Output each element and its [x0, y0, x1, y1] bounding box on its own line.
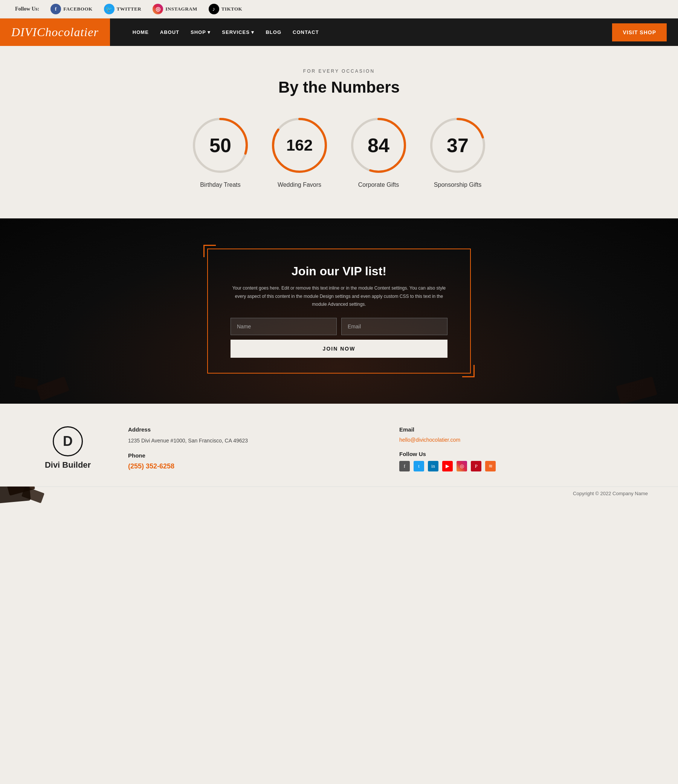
label-wedding: Wedding Favors — [277, 182, 321, 188]
tiktok-label: TIKTOK — [221, 6, 243, 12]
footer-email-col: Email hello@divichocolatier.com Follow U… — [399, 426, 648, 471]
nav-contact[interactable]: CONTACT — [293, 30, 319, 35]
label-corporate: Corporate Gifts — [358, 182, 399, 188]
social-bar: Follow Us: f FACEBOOK 🐦 TWITTER ◎ INSTAG… — [0, 0, 678, 19]
footer-rss-icon[interactable]: ≋ — [485, 461, 496, 471]
facebook-link[interactable]: f FACEBOOK — [50, 4, 92, 14]
email-input[interactable] — [341, 318, 447, 335]
number-item-corporate: 84 Corporate Gifts — [348, 115, 409, 188]
footer-address-col: Address 1235 Divi Avenue #1000, San Fran… — [128, 426, 377, 470]
logo-divi: DIVI — [11, 25, 37, 39]
number-sponsorship: 37 — [447, 134, 469, 157]
label-birthday: Birthday Treats — [200, 182, 241, 188]
phone-number: (255) 352-6258 — [128, 462, 377, 470]
visit-shop-button[interactable]: VISIT SHOP — [612, 23, 667, 41]
nav-blog[interactable]: BLOG — [265, 30, 281, 35]
tiktok-link[interactable]: ♪ TIKTOK — [209, 4, 243, 14]
numbers-subtitle: FOR EVERY OCCASION — [15, 68, 663, 74]
vip-form-row — [231, 318, 447, 335]
twitter-label: TWITTER — [117, 6, 142, 12]
logo-text: DIVIChocolatier — [11, 25, 99, 39]
vip-title: Join our VIP list! — [231, 264, 447, 278]
footer-twitter-icon[interactable]: t — [414, 461, 424, 471]
twitter-icon: 🐦 — [104, 4, 114, 14]
copyright-text: Copyright © 2022 Company Name — [573, 491, 648, 496]
circle-corporate: 84 — [348, 115, 409, 176]
circle-birthday: 50 — [190, 115, 251, 176]
divi-builder-name: Divi Builder — [45, 460, 91, 470]
numbers-section: FOR EVERY OCCASION By the Numbers 50 Bir… — [0, 46, 678, 218]
tiktok-icon: ♪ — [209, 4, 219, 14]
label-sponsorship: Sponsorship Gifts — [434, 182, 482, 188]
number-corporate: 84 — [368, 134, 390, 157]
navbar: DIVIChocolatier HOME ABOUT SHOP SERVICES… — [0, 19, 678, 46]
footer-facebook-icon[interactable]: f — [399, 461, 410, 471]
name-input[interactable] — [231, 318, 337, 335]
footer-bottom: Copyright © 2022 Company Name — [0, 487, 678, 504]
footer-content: D Divi Builder Address 1235 Divi Avenue … — [0, 404, 678, 487]
footer-instagram-icon[interactable]: ◎ — [457, 461, 467, 471]
twitter-link[interactable]: 🐦 TWITTER — [104, 4, 142, 14]
number-item-birthday: 50 Birthday Treats — [190, 115, 251, 188]
footer-pinterest-icon[interactable]: P — [471, 461, 482, 471]
email-link[interactable]: hello@divichocolatier.com — [399, 437, 460, 443]
logo: DIVIChocolatier — [0, 19, 110, 46]
nav-home[interactable]: HOME — [132, 30, 149, 35]
nav-links: HOME ABOUT SHOP SERVICES BLOG CONTACT — [110, 30, 613, 35]
footer-youtube-icon[interactable]: ▶ — [442, 461, 453, 471]
phone-title: Phone — [128, 452, 377, 459]
numbers-grid: 50 Birthday Treats 162 Wedding Favors — [15, 115, 663, 188]
nav-shop[interactable]: SHOP — [190, 30, 210, 35]
footer-logo-area: D Divi Builder — [30, 426, 106, 470]
footer: D Divi Builder Address 1235 Divi Avenue … — [0, 404, 678, 504]
number-wedding: 162 — [286, 136, 313, 154]
number-birthday: 50 — [209, 134, 231, 157]
join-now-button[interactable]: JOIN NOW — [231, 340, 447, 358]
vip-form-container: Join our VIP list! Your content goes her… — [207, 249, 471, 373]
facebook-label: FACEBOOK — [63, 6, 92, 12]
divi-logo-circle: D — [53, 426, 83, 456]
instagram-icon: ◎ — [153, 4, 163, 14]
footer-social-icons: f t in ▶ ◎ P ≋ — [399, 461, 648, 471]
address-title: Address — [128, 426, 377, 432]
logo-script: Chocolatier — [37, 25, 99, 39]
instagram-label: INSTAGRAM — [165, 6, 197, 12]
instagram-link[interactable]: ◎ INSTAGRAM — [153, 4, 197, 14]
number-item-sponsorship: 37 Sponsorship Gifts — [427, 115, 488, 188]
address-text: 1235 Divi Avenue #1000, San Francisco, C… — [128, 436, 377, 445]
email-title: Email — [399, 426, 648, 432]
circle-sponsorship: 37 — [427, 115, 488, 176]
follow-label: Follow Us: — [15, 6, 39, 12]
follow-title: Follow Us — [399, 451, 648, 457]
vip-description: Your content goes here. Edit or remove t… — [231, 284, 447, 309]
vip-section: Join our VIP list! Your content goes her… — [0, 218, 678, 404]
nav-services[interactable]: SERVICES — [222, 30, 254, 35]
nav-about[interactable]: ABOUT — [160, 30, 179, 35]
circle-wedding: 162 — [269, 115, 330, 176]
number-item-wedding: 162 Wedding Favors — [269, 115, 330, 188]
facebook-icon: f — [50, 4, 61, 14]
numbers-title: By the Numbers — [15, 78, 663, 96]
footer-linkedin-icon[interactable]: in — [428, 461, 438, 471]
